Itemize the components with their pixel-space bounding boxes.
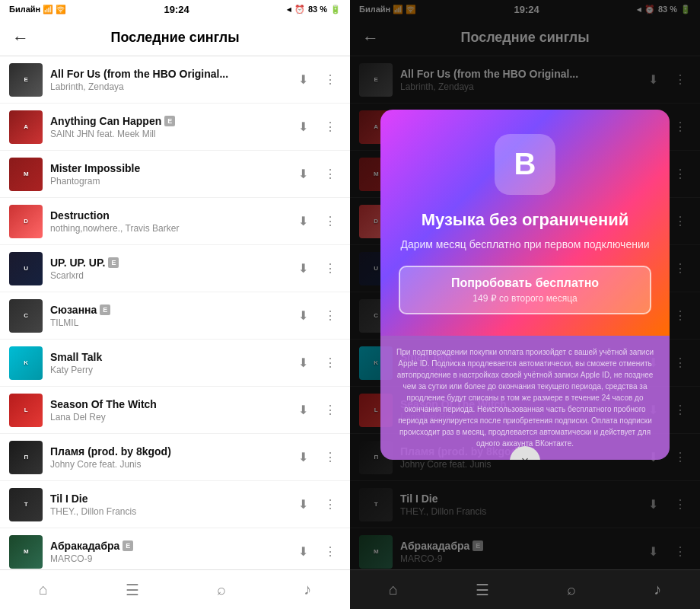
song-title: АбракадабраE (50, 540, 285, 552)
modal-headline: Музыка без ограничений (422, 210, 629, 230)
subscription-overlay: B Музыка без ограничений Дарим месяц бес… (350, 0, 700, 569)
status-bar-left: Билайн 📶 🛜 19:24 ◂ ⏰ 83 % 🔋 (0, 0, 350, 18)
more-button[interactable]: ⋮ (320, 447, 341, 468)
home-icon-left: ⌂ (39, 581, 48, 598)
song-item[interactable]: UUP. UP. UP.EScarlxrd⬇⋮ (0, 245, 350, 292)
more-button[interactable]: ⋮ (320, 352, 341, 374)
song-item[interactable]: МАбракадабраEMARCO-9⬇⋮ (0, 528, 350, 569)
song-info: Til I DieTHEY., Dillon Francis (50, 493, 285, 517)
more-button[interactable]: ⋮ (320, 494, 341, 515)
left-phone-panel: Билайн 📶 🛜 19:24 ◂ ⏰ 83 % 🔋 ← Последние … (0, 0, 350, 609)
song-thumbnail: K (9, 346, 43, 380)
music-icon-left: ♪ (304, 581, 311, 598)
subscribe-button[interactable]: Попробовать бесплатно 149 ₽ со второго м… (399, 266, 651, 314)
subscribe-btn-secondary: 149 ₽ со второго месяца (418, 293, 632, 304)
download-button[interactable]: ⬇ (292, 494, 313, 515)
song-title: Destruction (50, 209, 285, 222)
time-left: 19:24 (164, 4, 189, 15)
song-item[interactable]: ССюзаннаETILMIL⬇⋮ (0, 292, 350, 340)
list-icon-right: ☰ (476, 581, 489, 599)
nav-search-left[interactable]: ⌕ (217, 581, 226, 598)
music-icon-right: ♪ (654, 581, 661, 598)
status-left: Билайн 📶 🛜 (9, 5, 66, 14)
song-artist: Labrinth, Zendaya (50, 81, 285, 92)
more-button[interactable]: ⋮ (320, 400, 341, 421)
song-artist: SAINt JHN feat. Meek Mill (50, 129, 285, 139)
song-actions: ⬇⋮ (292, 69, 341, 91)
vk-logo-text: B (514, 147, 536, 181)
song-title: СюзаннаE (50, 304, 285, 316)
subscribe-btn-primary: Попробовать бесплатно (418, 276, 632, 290)
song-actions: ⬇⋮ (292, 116, 341, 138)
song-info: Пламя (prod. by 8kgod)Johny Core feat. J… (50, 445, 285, 470)
song-thumbnail: С (9, 299, 43, 333)
explicit-badge: E (164, 116, 175, 126)
download-button[interactable]: ⬇ (292, 541, 313, 563)
song-item[interactable]: KSmall TalkKaty Perry⬇⋮ (0, 340, 350, 387)
song-thumbnail: E (9, 63, 43, 97)
explicit-badge: E (108, 257, 119, 268)
download-button[interactable]: ⬇ (292, 69, 313, 91)
song-item[interactable]: EAll For Us (from the HBO Original...Lab… (0, 56, 350, 104)
download-button[interactable]: ⬇ (292, 305, 313, 327)
song-artist: MARCO-9 (50, 553, 285, 564)
wifi-icon: 🛜 (56, 5, 66, 14)
download-button[interactable]: ⬇ (292, 258, 313, 279)
song-actions: ⬇⋮ (292, 305, 341, 327)
explicit-badge: E (123, 540, 133, 551)
song-actions: ⬇⋮ (292, 258, 341, 279)
right-phone-panel: Билайн 📶 🛜 19:24 ◂ ⏰ 83 % 🔋 ← Последние … (350, 0, 700, 609)
subscription-modal: B Музыка без ограничений Дарим месяц бес… (380, 110, 670, 461)
nav-music-right[interactable]: ♪ (654, 581, 661, 598)
song-actions: ⬇⋮ (292, 352, 341, 374)
song-thumbnail: D (9, 205, 43, 238)
nav-music-left[interactable]: ♪ (304, 581, 311, 598)
song-info: Small TalkKaty Perry (50, 351, 285, 375)
download-button[interactable]: ⬇ (292, 164, 313, 185)
song-artist: Johny Core feat. Junis (50, 459, 285, 470)
song-info: АбракадабраEMARCO-9 (50, 540, 285, 564)
song-item[interactable]: DDestructionnothing,nowhere., Travis Bar… (0, 198, 350, 245)
more-button[interactable]: ⋮ (320, 164, 341, 185)
song-title: All For Us (from the HBO Original... (50, 68, 285, 80)
more-button[interactable]: ⋮ (320, 258, 341, 279)
nav-list-left[interactable]: ☰ (126, 581, 139, 599)
download-button[interactable]: ⬇ (292, 447, 313, 468)
battery-icon: 🔋 (330, 5, 341, 14)
nav-list-right[interactable]: ☰ (476, 581, 489, 599)
nav-search-right[interactable]: ⌕ (567, 581, 576, 598)
song-item[interactable]: TTil I DieTHEY., Dillon Francis⬇⋮ (0, 481, 350, 528)
download-button[interactable]: ⬇ (292, 352, 313, 374)
header-left: ← Последние синглы (0, 18, 350, 56)
song-artist: nothing,nowhere., Travis Barker (50, 223, 285, 234)
nav-home-left[interactable]: ⌂ (39, 581, 48, 598)
nav-home-right[interactable]: ⌂ (389, 581, 398, 598)
more-button[interactable]: ⋮ (320, 305, 341, 327)
song-info: Destructionnothing,nowhere., Travis Bark… (50, 209, 285, 234)
song-item[interactable]: ППламя (prod. by 8kgod)Johny Core feat. … (0, 434, 350, 481)
song-thumbnail: U (9, 252, 43, 285)
song-actions: ⬇⋮ (292, 447, 341, 468)
back-button-left[interactable]: ← (12, 28, 29, 48)
more-button[interactable]: ⋮ (320, 211, 341, 232)
modal-legal-text: При подтверждении покупки оплата произой… (393, 346, 657, 449)
more-button[interactable]: ⋮ (320, 116, 341, 138)
more-button[interactable]: ⋮ (320, 69, 341, 91)
download-button[interactable]: ⬇ (292, 116, 313, 138)
page-title-left: Последние синглы (38, 30, 312, 46)
more-button[interactable]: ⋮ (320, 541, 341, 563)
download-button[interactable]: ⬇ (292, 400, 313, 421)
song-artist: Phantogram (50, 176, 285, 187)
download-button[interactable]: ⬇ (292, 211, 313, 232)
modal-bottom: При подтверждении покупки оплата произой… (380, 336, 670, 460)
song-item[interactable]: MMister ImpossiblePhantogram⬇⋮ (0, 151, 350, 198)
song-thumbnail: M (9, 158, 43, 191)
song-item[interactable]: AAnything Can HappenESAINt JHN feat. Mee… (0, 104, 350, 151)
song-title: Anything Can HappenE (50, 115, 285, 127)
song-item[interactable]: LSeason Of The WitchLana Del Rey⬇⋮ (0, 387, 350, 434)
status-right: ◂ ⏰ 83 % 🔋 (287, 5, 341, 14)
song-title: Small Talk (50, 351, 285, 363)
song-title: UP. UP. UP.E (50, 257, 285, 269)
bottom-nav-left: ⌂ ☰ ⌕ ♪ (0, 569, 350, 609)
song-actions: ⬇⋮ (292, 211, 341, 232)
